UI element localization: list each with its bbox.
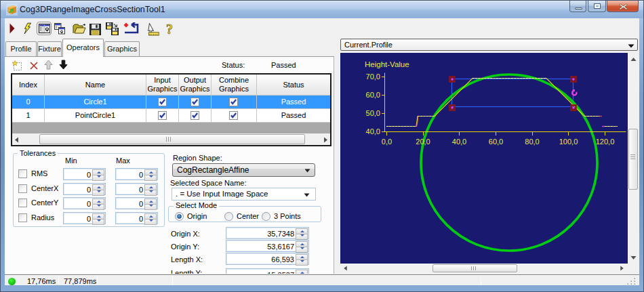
svg-text:60,0: 60,0 [366,91,380,99]
svg-text:0,0: 0,0 [382,138,392,146]
svg-text:100,0: 100,0 [559,138,578,146]
svg-text:70,0: 70,0 [366,72,380,81]
svg-text:50,0: 50,0 [366,109,380,117]
svg-text:?: ? [166,22,173,37]
svg-text:120,0: 120,0 [596,138,615,146]
svg-text:Height-Value: Height-Value [365,60,409,68]
svg-text:40,0: 40,0 [366,127,380,135]
svg-text:40,0: 40,0 [452,138,466,146]
svg-text:60,0: 60,0 [489,138,503,146]
svg-text:80,0: 80,0 [525,138,539,146]
svg-text:20,0: 20,0 [416,138,430,146]
